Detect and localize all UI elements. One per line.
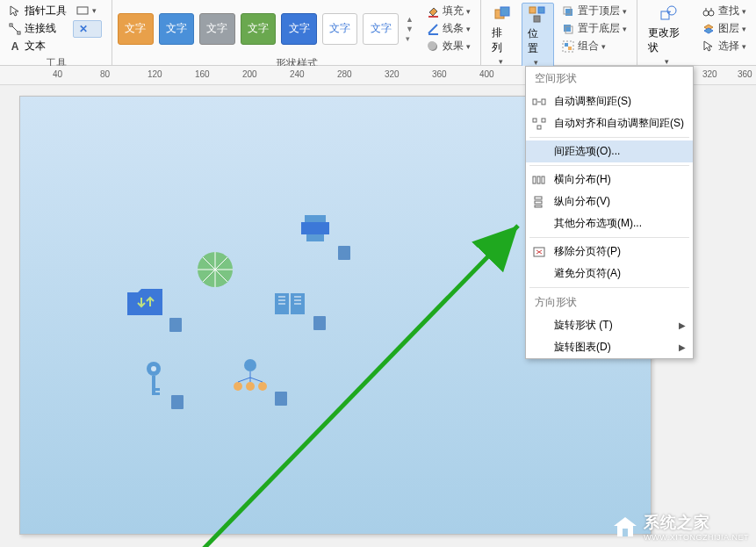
shape-server-1[interactable] <box>338 246 350 260</box>
cursor-icon <box>8 4 22 18</box>
ribbon: 指针工具 连接线 A 文本 ▾ ✕ <box>0 0 756 66</box>
svg-rect-11 <box>534 16 540 22</box>
position-button[interactable]: 位置 ▾ <box>522 3 555 69</box>
connector-label: 连接线 <box>25 21 56 36</box>
remove-break-icon <box>531 245 547 259</box>
svg-rect-2 <box>77 7 88 14</box>
gallery-down-icon[interactable]: ▼ <box>406 25 414 33</box>
watermark-en: WWW.XITONGZHIJIA.NET <box>644 533 749 542</box>
svg-point-34 <box>244 359 256 371</box>
shape-server-3[interactable] <box>313 316 326 330</box>
svg-rect-8 <box>500 7 509 16</box>
menu-auto-align[interactable]: 自动对齐和自动调整间距(S) <box>526 112 693 134</box>
shape-hierarchy[interactable] <box>231 358 270 396</box>
delete-connector[interactable]: ✕ <box>73 20 102 38</box>
svg-rect-18 <box>568 47 572 50</box>
dropdown-separator <box>529 237 689 238</box>
svg-rect-23 <box>305 215 326 222</box>
shape-server-4[interactable] <box>171 395 184 409</box>
send-back-button[interactable]: 置于底层▾ <box>559 20 631 37</box>
send-back-icon <box>561 22 575 36</box>
svg-point-20 <box>667 6 676 15</box>
line-button[interactable]: 线条▾ <box>424 20 475 37</box>
style-swatch-outline1[interactable]: 文字 <box>322 13 358 45</box>
shape-server-5[interactable] <box>275 392 287 406</box>
bring-front-button[interactable]: 置于顶层▾ <box>559 3 631 19</box>
svg-rect-0 <box>10 24 12 26</box>
chevron-down-icon: ▾ <box>499 57 506 66</box>
menu-spacing-options[interactable]: 间距选项(O)... <box>526 140 693 162</box>
menu-distribute-v[interactable]: 纵向分布(V) <box>526 191 693 212</box>
fill-button[interactable]: 填充▾ <box>424 3 475 19</box>
menu-rotate-diagram[interactable]: 旋转图表(D) ▶ <box>526 336 693 358</box>
text-tool[interactable]: A 文本 <box>5 38 69 54</box>
group-button[interactable]: 组合▾ <box>559 38 631 54</box>
style-swatch-grey[interactable]: 文字 <box>199 13 235 45</box>
binoculars-icon <box>702 4 716 18</box>
shape-books[interactable] <box>273 290 310 320</box>
svg-point-36 <box>246 382 255 391</box>
change-shape-icon <box>659 4 678 24</box>
svg-rect-10 <box>538 7 544 13</box>
shape-folder-transfer[interactable] <box>126 285 166 321</box>
find-button[interactable]: 查找▾ <box>700 3 751 19</box>
svg-rect-1 <box>18 32 20 34</box>
submenu-arrow-icon: ▶ <box>679 320 686 330</box>
pointer-tool[interactable]: 指针工具 <box>5 3 69 19</box>
watermark: 系统之家 WWW.XITONGZHIJIA.NET <box>612 512 749 542</box>
shape-server-2[interactable] <box>169 318 182 332</box>
watermark-cn: 系统之家 <box>644 512 749 533</box>
text-icon: A <box>8 40 22 54</box>
x-icon: ✕ <box>76 22 90 36</box>
rectangle-icon <box>76 4 90 18</box>
shape-globe[interactable] <box>196 250 234 291</box>
svg-rect-44 <box>537 176 540 184</box>
svg-point-37 <box>258 382 267 391</box>
gallery-more-icon[interactable]: ▾ <box>406 34 414 43</box>
style-swatch-blue[interactable]: 文字 <box>159 13 195 45</box>
dropdown-separator <box>529 165 689 166</box>
menu-distribute-h[interactable]: 横向分布(H) <box>526 169 693 191</box>
text-label: 文本 <box>25 39 46 54</box>
menu-distribute-other[interactable]: 其他分布选项(M)... <box>526 212 693 234</box>
style-swatch-green[interactable]: 文字 <box>241 13 277 45</box>
pointer-label: 指针工具 <box>25 4 67 18</box>
menu-auto-space[interactable]: 自动调整间距(S) <box>526 90 693 112</box>
style-swatch-orange[interactable]: 文字 <box>118 13 154 45</box>
menu-remove-break[interactable]: 移除分页符(P) <box>526 241 693 263</box>
change-shape-button[interactable]: 更改形状 ▾ <box>643 3 693 68</box>
group-arrange: 排列 ▾ 位置 ▾ 置于顶层▾ 置于底层▾ 组合▾ <box>481 0 637 65</box>
svg-rect-9 <box>529 7 536 13</box>
style-swatch-outline2[interactable]: 文字 <box>363 13 399 45</box>
house-icon <box>612 515 638 538</box>
group-edit: 更改形状 ▾ 查找▾ 图层▾ 选择▾ 辑 <box>637 0 756 65</box>
select-button[interactable]: 选择▾ <box>700 38 751 54</box>
menu-rotate-shape[interactable]: 旋转形状 (T) ▶ <box>526 314 693 336</box>
group-shape-styles: 文字 文字 文字 文字 文字 文字 文字 ▲ ▼ ▾ 填充▾ 线条▾ <box>112 0 481 65</box>
rectangle-tool[interactable]: ▾ <box>73 3 102 18</box>
chevron-down-icon: ▾ <box>92 6 99 15</box>
line-icon <box>426 22 440 36</box>
svg-rect-3 <box>428 16 438 18</box>
auto-space-icon <box>531 95 547 109</box>
style-swatch-darkblue[interactable]: 文字 <box>281 13 317 45</box>
svg-rect-4 <box>428 33 438 35</box>
svg-rect-14 <box>564 25 571 32</box>
shape-key[interactable] <box>143 360 164 401</box>
arrange-button[interactable]: 排列 ▾ <box>486 3 518 68</box>
svg-point-35 <box>234 382 242 391</box>
position-icon <box>528 5 547 25</box>
connector-tool[interactable]: 连接线 <box>5 20 69 37</box>
svg-rect-24 <box>301 222 329 234</box>
shape-printer[interactable] <box>299 213 335 246</box>
svg-rect-31 <box>152 376 155 395</box>
menu-avoid-break[interactable]: 避免分页符(A) <box>526 263 693 284</box>
effect-button[interactable]: 效果▾ <box>424 38 475 54</box>
position-dropdown: 空间形状 自动调整间距(S) 自动对齐和自动调整间距(S) 间距选项(O)...… <box>525 66 694 359</box>
svg-rect-41 <box>542 119 545 122</box>
svg-rect-46 <box>535 197 542 199</box>
layers-button[interactable]: 图层▾ <box>700 20 751 37</box>
arrange-icon <box>493 4 512 24</box>
svg-point-6 <box>428 41 436 50</box>
gallery-up-icon[interactable]: ▲ <box>406 15 414 24</box>
